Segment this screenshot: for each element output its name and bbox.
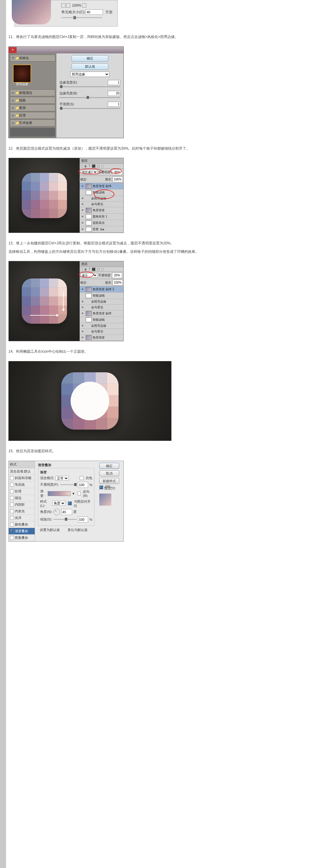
step10-fragment: 100% 单元格大小(C):方形 <box>8 0 304 27</box>
step-14-text: 14、利用椭圆工具在Icon中心绘制出一个正圆形。 <box>8 348 304 355</box>
zoom-value: 100% <box>72 3 81 7</box>
layer-row[interactable]: 角度渐变 <box>80 335 123 341</box>
style-item[interactable]: 等高线 <box>9 482 35 488</box>
filter-thumb-glowing-edges[interactable]: 照亮边缘 <box>13 65 31 83</box>
edge-brightness-input[interactable] <box>108 91 120 96</box>
layer-row[interactable]: 角度渐变 <box>80 207 123 214</box>
style-item[interactable]: 内发光 <box>9 508 35 515</box>
edge-brightness-slider[interactable] <box>59 97 120 98</box>
layer-row[interactable]: 背景 fx▾ <box>80 226 123 232</box>
default-button[interactable]: 默认值 <box>71 63 108 70</box>
layer-row[interactable]: 底部高光 <box>80 220 123 226</box>
smoothness-label: 平滑度(S) <box>59 102 74 106</box>
folder-distort[interactable]: 扭曲 <box>10 97 55 104</box>
step12-screenshot: 图层 ⬚ ◐ T ⬛ ▢ ⬚ 线性减淡 (添不透明度: 锁定:填充: 角度渐变 … <box>8 158 304 233</box>
style-item[interactable]: 内阴影 <box>9 501 35 508</box>
arrow-right-icon <box>30 315 57 316</box>
step-11-text: 11、将执行了马赛克滤镜的图层Ctrl+J复制一层，同样转换为剪贴蒙版。然后点击… <box>8 34 304 40</box>
arrow-down-icon <box>63 291 64 310</box>
step-12-text: 12、将其图层混合模式设置为线性减淡（添加），图层不透明度设置为30%。此时每个… <box>8 146 304 152</box>
layer-row[interactable]: 圆角矩形 1 <box>80 214 123 220</box>
style-item[interactable]: 纹理 <box>9 488 35 495</box>
scale-input[interactable] <box>78 517 88 523</box>
styles-header: 样式 <box>9 461 35 468</box>
layer-row[interactable]: 角度渐变 副本 <box>80 310 123 317</box>
opacity-input[interactable] <box>78 482 88 488</box>
scale-slider[interactable] <box>54 519 76 520</box>
edge-width-label: 边缘宽度(E) <box>59 80 77 85</box>
layer-row[interactable]: ⦿ 马赛克 <box>80 305 123 310</box>
layer-row[interactable]: 智能滤镜 <box>80 293 123 299</box>
layer-row[interactable]: ⦿ 马赛克 <box>80 202 123 207</box>
layers-toolbar-icons: ⬚ ◐ T ⬛ ▢ ⬚ <box>80 164 123 169</box>
folder-texture[interactable]: 纹理 <box>10 112 55 119</box>
layers-toolbar-icons: ⬚ ◐ T ⬛ ▢ ⬚ <box>80 267 123 272</box>
section-title: 渐变叠加 <box>38 463 94 467</box>
cell-size-slider[interactable] <box>61 17 102 18</box>
step-15-text: 15、然后为其添加图层样式。 <box>8 448 304 455</box>
angle-input[interactable] <box>61 509 72 515</box>
step13-screenshot: 图层 ⬚ ◐ T ⬛ ▢ ⬚ 减去不透明度: 锁定:填充: 角度渐变 副本 2 … <box>8 261 304 341</box>
folder-artistic[interactable]: 艺术效果 <box>10 120 55 126</box>
fill-input[interactable] <box>113 177 123 182</box>
layer-row[interactable]: ⦿ 照亮边缘 <box>80 323 123 329</box>
opacity-input[interactable] <box>112 273 122 278</box>
cell-unit: 方形 <box>105 10 113 15</box>
step14-screenshot <box>8 361 304 441</box>
gradient-picker[interactable] <box>48 491 71 496</box>
filter-select[interactable]: 照亮边缘 <box>70 71 110 77</box>
filter-gallery-screenshot: × 风格化 照亮边缘 画笔描边 扭曲 素描 纹理 艺术效果 确定 默认值 照亮边… <box>8 46 304 138</box>
preview-label: 预览(V) <box>104 486 115 490</box>
annotation-ring-filters <box>94 189 114 199</box>
blend-options-item[interactable]: 混合选项:默认 <box>9 468 35 475</box>
preview-thumbnail <box>99 494 111 506</box>
style-item[interactable]: 斜面和浮雕 <box>9 475 35 482</box>
fill-input[interactable] <box>113 280 123 285</box>
folder-sketch[interactable]: 素描 <box>10 104 55 111</box>
layers-tab[interactable]: 图层 <box>82 262 88 266</box>
angle-dial-icon[interactable] <box>54 509 60 515</box>
smoothness-input[interactable] <box>108 102 120 107</box>
edge-width-slider[interactable] <box>59 86 120 87</box>
step-13-text-a: 13、将上一步创建的图层Ctrl+J再次进行复制。将图层混合模式设置为减去，图层… <box>8 240 304 247</box>
close-icon[interactable]: × <box>9 47 17 53</box>
edge-width-input[interactable] <box>108 80 120 85</box>
ok-button[interactable]: 确定 <box>99 463 119 469</box>
cancel-button[interactable]: 取消 <box>99 470 119 476</box>
layer-row[interactable]: 智能滤镜 <box>80 317 123 323</box>
folder-stylize[interactable]: 风格化 <box>10 55 55 62</box>
edge-brightness-label: 边缘亮度(B) <box>59 91 77 96</box>
smoothness-slider[interactable] <box>59 108 120 109</box>
layer-style-dialog: 样式 混合选项:默认 斜面和浮雕 等高线 纹理 描边 内阴影 内发光 光泽 颜色… <box>8 461 304 541</box>
blend-mode-select[interactable]: 正常 <box>56 476 69 480</box>
style-item[interactable]: 图案叠加 <box>9 535 35 541</box>
folder-brush[interactable]: 画笔描边 <box>10 89 55 96</box>
style-item[interactable]: 颜色叠加 <box>9 521 35 528</box>
style-item[interactable]: 光泽 <box>9 515 35 521</box>
ok-button[interactable]: 确定 <box>71 55 108 62</box>
style-item-gradient-overlay[interactable]: 渐变叠加 <box>9 528 35 535</box>
cell-size-input[interactable] <box>85 9 103 15</box>
cell-size-label: 单元格大小(C): <box>61 10 85 15</box>
step-13-text-b: 选择移动工具，利用键盘上的方向键将其位置向下方与右方分别移动1像素。这样格子的间… <box>8 249 304 255</box>
layer-row[interactable]: 角度渐变 副本 2 <box>80 286 123 293</box>
make-default-button[interactable]: 设置为默认值 <box>40 528 65 532</box>
layers-tab[interactable]: 图层 <box>82 159 88 162</box>
style-item[interactable]: 描边 <box>9 495 35 501</box>
gradient-style-select[interactable]: 角度 <box>52 501 65 506</box>
layer-row[interactable]: 角度渐变 副本 <box>80 183 123 189</box>
reset-default-button[interactable]: 复位为默认值 <box>68 528 93 532</box>
layer-row[interactable]: ⦿ 马赛克 <box>80 329 123 335</box>
layer-row[interactable]: ⦿ 照亮边缘 <box>80 299 123 305</box>
opacity-slider[interactable] <box>60 484 76 485</box>
ellipse-shape <box>71 382 109 420</box>
new-style-button[interactable]: 新建样式(W)... <box>99 478 119 484</box>
